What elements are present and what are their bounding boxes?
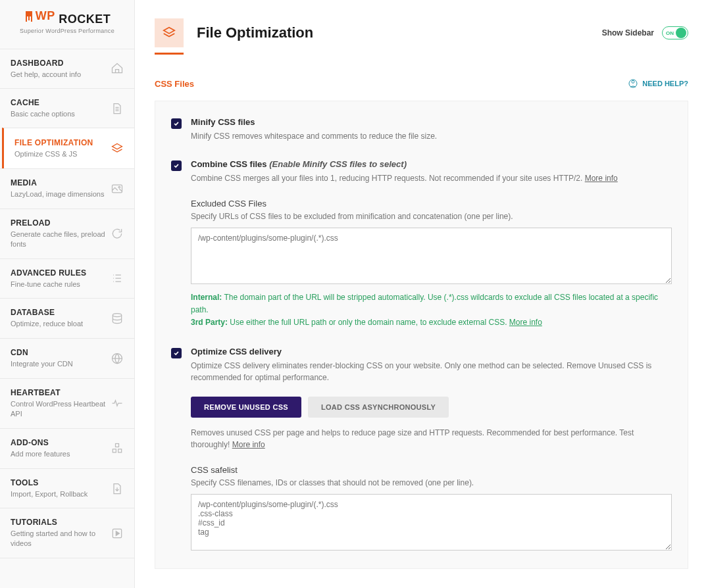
optimize-method-buttons: REMOVE UNUSED CSS LOAD CSS ASYNCHRONOUSL…: [191, 397, 672, 418]
nav-cache[interactable]: CACHEBasic cache options: [0, 88, 134, 128]
excluded-css-desc: Specify URLs of CSS files to be excluded…: [191, 212, 672, 221]
css-safelist-block: CSS safelist Specify CSS filenames, IDs …: [191, 465, 672, 552]
logo-area: WP ROCKET Superior WordPress Performance: [0, 0, 134, 49]
nav-addons[interactable]: ADD-ONSAdd more features: [0, 428, 134, 468]
css-safelist-desc: Specify CSS filenames, IDs or classes th…: [191, 478, 672, 487]
minify-css-checkbox[interactable]: [171, 118, 182, 129]
database-icon: [111, 312, 124, 325]
file-icon: [111, 102, 124, 115]
page-icon: [155, 18, 184, 47]
nav-media[interactable]: MEDIALazyLoad, image dimensions: [0, 168, 134, 208]
remove-unused-css-button[interactable]: REMOVE UNUSED CSS: [191, 397, 301, 418]
svg-rect-4: [116, 443, 119, 447]
need-help-link[interactable]: NEED HELP?: [628, 78, 688, 89]
import-icon: [111, 482, 124, 495]
helper-more-info-link[interactable]: More info: [509, 318, 542, 327]
boxes-icon: [111, 442, 124, 455]
svg-point-9: [632, 80, 634, 83]
main-content: File Optimization Show Sidebar ON CSS Fi…: [135, 0, 708, 588]
page-title: File Optimization: [197, 24, 313, 41]
minify-css-desc: Minify CSS removes whitespace and commen…: [191, 130, 672, 142]
combine-css-desc: Combine CSS merges all your files into 1…: [191, 172, 672, 184]
layers-icon: [111, 142, 124, 155]
optimize-css-checkbox[interactable]: [171, 348, 182, 358]
combine-css-checkbox[interactable]: [171, 160, 182, 171]
nav-advanced-rules[interactable]: ADVANCED RULESFine-tune cache rules: [0, 258, 134, 299]
optimize-css-title: Optimize CSS delivery: [191, 347, 672, 356]
check-icon: [173, 162, 180, 169]
load-css-async-button[interactable]: LOAD CSS ASYNCHRONOUSLY: [308, 397, 449, 418]
svg-point-1: [118, 186, 120, 188]
nav-cdn[interactable]: CDNIntegrate your CDN: [0, 338, 134, 378]
layers-icon: [162, 26, 176, 40]
globe-icon: [111, 352, 124, 365]
option-combine-css: Combine CSS files (Enable Minify CSS fil…: [171, 159, 672, 330]
css-safelist-label: CSS safelist: [191, 465, 672, 475]
heartbeat-icon: [111, 397, 124, 410]
refresh-icon: [111, 227, 124, 240]
page-header: File Optimization Show Sidebar ON: [155, 18, 688, 47]
combine-css-title: Combine CSS files (Enable Minify CSS fil…: [191, 159, 672, 169]
sidebar: WP ROCKET Superior WordPress Performance…: [0, 0, 135, 588]
section-title: CSS Files: [155, 79, 194, 89]
check-icon: [173, 350, 180, 356]
image-icon: [111, 182, 124, 195]
nav-tutorials[interactable]: TUTORIALSGetting started and how to vide…: [0, 508, 134, 558]
combine-more-info-link[interactable]: More info: [585, 174, 618, 183]
nav-tools[interactable]: TOOLSImport, Export, Rollback: [0, 468, 134, 508]
remove-unused-desc: Removes unused CSS per page and helps to…: [191, 427, 672, 451]
svg-rect-6: [118, 449, 122, 453]
excluded-css-block: Excluded CSS Files Specify URLs of CSS f…: [191, 199, 672, 330]
help-icon: [628, 78, 638, 89]
minify-css-title: Minify CSS files: [191, 117, 672, 127]
nav-dashboard[interactable]: DASHBOARDGet help, account info: [0, 49, 134, 89]
excluded-css-textarea[interactable]: [191, 228, 672, 284]
nav-heartbeat[interactable]: HEARTBEATControl WordPress Heartbeat API: [0, 378, 134, 428]
play-icon: [111, 527, 124, 540]
css-safelist-textarea[interactable]: [191, 494, 672, 551]
option-minify-css: Minify CSS files Minify CSS removes whit…: [171, 117, 672, 142]
tab-underline: [155, 53, 184, 55]
section-header: CSS Files NEED HELP?: [155, 78, 688, 89]
logo: WP ROCKET: [12, 9, 122, 26]
excluded-css-label: Excluded CSS Files: [191, 199, 672, 208]
tagline: Superior WordPress Performance: [12, 28, 122, 34]
option-optimize-css: Optimize CSS delivery Optimize CSS deliv…: [171, 347, 672, 552]
home-icon: [111, 62, 124, 75]
show-sidebar-label: Show Sidebar: [602, 28, 654, 37]
nav-file-optimization[interactable]: FILE OPTIMIZATIONOptimize CSS & JS: [2, 128, 134, 168]
check-icon: [173, 120, 180, 127]
nav-database[interactable]: DATABASEOptimize, reduce bloat: [0, 298, 134, 338]
excluded-css-helper: Internal: The domain part of the URL wil…: [191, 291, 672, 330]
nav-preload[interactable]: PRELOADGenerate cache files, preload fon…: [0, 208, 134, 258]
optimize-more-info-link[interactable]: More info: [232, 440, 265, 449]
show-sidebar-toggle[interactable]: ON: [662, 26, 688, 39]
css-panel: Minify CSS files Minify CSS removes whit…: [155, 101, 688, 569]
optimize-css-desc: Optimize CSS delivery eliminates render-…: [191, 360, 672, 383]
list-icon: [111, 272, 124, 285]
svg-rect-5: [113, 449, 116, 453]
svg-point-2: [113, 314, 121, 317]
